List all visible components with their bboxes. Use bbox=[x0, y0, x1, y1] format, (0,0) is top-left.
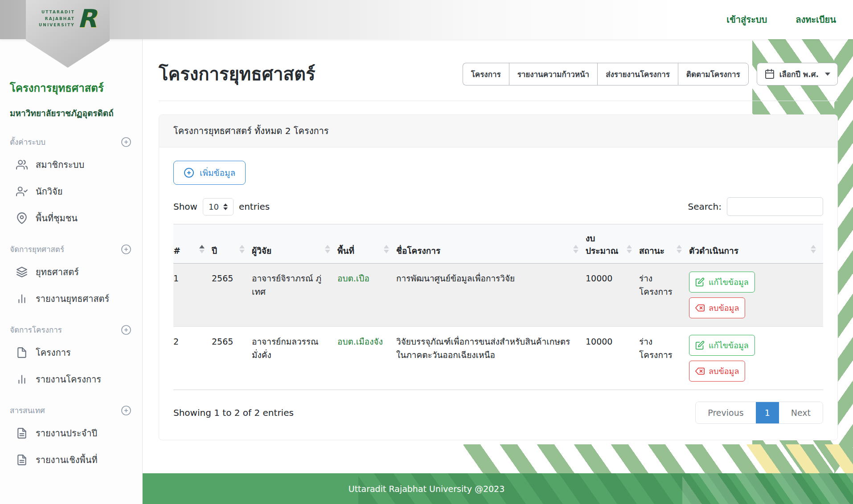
column-header-actions[interactable]: ตัวดำเนินการ bbox=[689, 224, 823, 264]
cell-researcher: อาจารย์กมลวรรณ มั่งคั่ง bbox=[252, 327, 337, 390]
sort-icon bbox=[325, 245, 330, 253]
edit-button[interactable]: แก้ไขข้อมูล bbox=[689, 335, 755, 356]
file-icon bbox=[16, 347, 28, 358]
footer-stripes-light bbox=[682, 473, 853, 504]
sidebar-item-strategy[interactable]: ยุทธศาสตร์ bbox=[10, 259, 131, 285]
section-label: ตั้งค่าระบบ bbox=[10, 136, 45, 148]
sidebar: โครงการยุทธศาสตร์ มหาวิทยาลัยราชภัฏอุตรด… bbox=[0, 39, 143, 504]
select-stepper-icon bbox=[223, 203, 228, 210]
column-header-year[interactable]: ปี bbox=[212, 224, 252, 264]
add-data-button[interactable]: เพิ่มข้อมูล bbox=[173, 161, 246, 185]
sidebar-item-label: รายงานประจำปี bbox=[36, 426, 97, 440]
column-header-status[interactable]: สถานะ bbox=[639, 224, 689, 264]
year-dropdown-label: เลือกปี พ.ศ. bbox=[779, 68, 819, 80]
sidebar-item-label: รายงานยุทธศาสตร์ bbox=[36, 292, 109, 306]
sort-icon bbox=[677, 245, 682, 253]
toolbar-button-submit-report[interactable]: ส่งรายงานโครงการ bbox=[597, 63, 678, 85]
sidebar-item-strategy-report[interactable]: รายงานยุทธศาสตร์ bbox=[10, 285, 131, 312]
cell-year: 2565 bbox=[212, 327, 252, 390]
edit-icon bbox=[695, 277, 705, 287]
pagination: Previous 1 Next bbox=[695, 402, 823, 424]
university-logo: UTTARADIT RAJABHAT UNIVERSITY R bbox=[39, 6, 97, 31]
logo-line-1: UTTARADIT bbox=[39, 9, 75, 15]
logo-letter: R bbox=[78, 6, 97, 31]
toolbar-button-track-project[interactable]: ติดตามโครงการ bbox=[678, 63, 749, 85]
column-header-project-name[interactable]: ชื่อโครงการ bbox=[396, 224, 586, 264]
sort-icon bbox=[199, 245, 205, 253]
delete-icon bbox=[695, 366, 705, 376]
sidebar-item-community-area[interactable]: พื้นที่ชุมชน bbox=[10, 205, 131, 232]
area-link[interactable]: อบต.เปือ bbox=[337, 273, 369, 283]
logo-line-3: UNIVERSITY bbox=[39, 22, 75, 28]
sidebar-item-label: พื้นที่ชุมชน bbox=[36, 211, 78, 225]
sidebar-item-project-report[interactable]: รายงานโครงการ bbox=[10, 366, 131, 393]
sort-icon bbox=[239, 245, 245, 253]
plus-circle-icon[interactable] bbox=[121, 137, 131, 147]
toolbar-button-group: โครงการ รายงานความก้าวหน้า ส่งรายงานโครง… bbox=[463, 63, 749, 85]
pagination-previous[interactable]: Previous bbox=[696, 402, 755, 423]
entries-label: entries bbox=[239, 201, 270, 212]
users-icon bbox=[16, 159, 28, 171]
login-link[interactable]: เข้าสู่ระบบ bbox=[726, 12, 767, 27]
sidebar-item-project[interactable]: โครงการ bbox=[10, 339, 131, 366]
toolbar-button-progress-report[interactable]: รายงานความก้าวหน้า bbox=[509, 63, 598, 85]
layers-icon bbox=[16, 266, 28, 278]
cell-researcher: อาจารย์จิราภรณ์ ภู่เทศ bbox=[252, 264, 337, 327]
page-length-value: 10 bbox=[209, 202, 219, 211]
cell-budget: 10000 bbox=[586, 327, 639, 390]
sidebar-item-annual-report[interactable]: รายงานประจำปี bbox=[10, 420, 131, 447]
cell-project-name: การพัฒนาศูนย์ข้อมูลเพื่อการวิจัย bbox=[396, 264, 586, 327]
search-input[interactable] bbox=[727, 197, 823, 216]
map-pin-icon bbox=[16, 212, 28, 224]
sidebar-item-researchers[interactable]: นักวิจัย bbox=[10, 178, 131, 205]
chevron-down-icon bbox=[825, 73, 830, 76]
column-header-researcher[interactable]: ผู้วิจัย bbox=[252, 224, 337, 264]
edit-button[interactable]: แก้ไขข้อมูล bbox=[689, 272, 755, 293]
page-title: โครงการยุทธศาสตร์ bbox=[159, 60, 315, 88]
divider bbox=[159, 101, 838, 101]
section-label: จัดการยุทศาสตร์ bbox=[10, 243, 64, 255]
sidebar-item-label: รายงานโครงการ bbox=[36, 372, 101, 386]
bar-chart-icon bbox=[16, 293, 28, 305]
cell-number: 1 bbox=[173, 264, 212, 327]
delete-button[interactable]: ลบข้อมูล bbox=[689, 297, 745, 318]
page-length-select[interactable]: 10 bbox=[203, 198, 234, 215]
sidebar-section-strategy: จัดการยุทศาสตร์ bbox=[10, 243, 131, 255]
sidebar-item-area-report[interactable]: รายงานเชิงพื้นที่ bbox=[10, 447, 131, 473]
sidebar-item-members[interactable]: สมาชิกระบบ bbox=[10, 151, 131, 178]
user-check-icon bbox=[16, 186, 28, 197]
cell-number: 2 bbox=[173, 327, 212, 390]
show-label: Show bbox=[173, 201, 197, 212]
section-label: จัดการโครงการ bbox=[10, 324, 62, 336]
plus-circle-icon[interactable] bbox=[121, 244, 131, 255]
area-link[interactable]: อบต.เมืองจัง bbox=[337, 337, 383, 346]
sidebar-item-label: นักวิจัย bbox=[36, 184, 62, 199]
delete-button[interactable]: ลบข้อมูล bbox=[689, 361, 745, 382]
plus-circle-icon[interactable] bbox=[121, 325, 131, 335]
main-content: โครงการยุทธศาสตร์ โครงการ รายงานความก้าว… bbox=[143, 39, 853, 440]
sidebar-section-projects: จัดการโครงการ bbox=[10, 324, 131, 336]
sidebar-title: โครงการยุทธศาสตร์ bbox=[10, 79, 131, 97]
column-header-budget[interactable]: งบประมาณ bbox=[586, 224, 639, 264]
sidebar-item-label: สมาชิกระบบ bbox=[36, 158, 84, 172]
top-header: เข้าสู่ระบบ ลงทะเบียน bbox=[0, 0, 853, 39]
table-row: 1 2565 อาจารย์จิราภรณ์ ภู่เทศ อบต.เปือ ก… bbox=[173, 264, 823, 327]
cell-project-name: วิจัยบรรจุภัณฑ์เพื่อการขนส่งสำหรับสินค้า… bbox=[396, 327, 586, 390]
sidebar-section-information: สารสนเทศ bbox=[10, 404, 131, 416]
column-header-area[interactable]: พื้นที่ bbox=[337, 224, 396, 264]
pagination-next[interactable]: Next bbox=[779, 402, 823, 423]
calendar-icon bbox=[764, 69, 775, 79]
page-length-control: Show 10 entries bbox=[173, 198, 270, 215]
logo-line-2: RAJABHAT bbox=[39, 16, 75, 22]
toolbar-button-projects[interactable]: โครงการ bbox=[463, 63, 509, 85]
plus-circle-icon[interactable] bbox=[121, 405, 131, 416]
sort-icon bbox=[811, 245, 816, 253]
table-row: 2 2565 อาจารย์กมลวรรณ มั่งคั่ง อบต.เมือง… bbox=[173, 327, 823, 390]
decorative-stripes-bottom bbox=[463, 444, 853, 473]
file-text-icon bbox=[16, 454, 28, 466]
column-header-number[interactable]: # bbox=[173, 224, 212, 264]
register-link[interactable]: ลงทะเบียน bbox=[796, 12, 836, 27]
year-select-dropdown[interactable]: เลือกปี พ.ศ. bbox=[757, 63, 838, 85]
pagination-page-1[interactable]: 1 bbox=[756, 402, 779, 423]
cell-year: 2565 bbox=[212, 264, 252, 327]
